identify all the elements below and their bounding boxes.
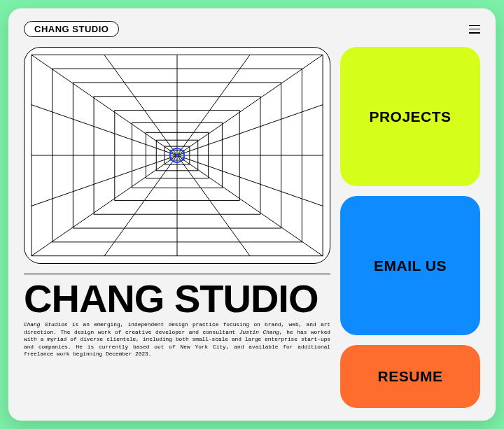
svg-line-13 bbox=[177, 155, 323, 256]
svg-line-16 bbox=[104, 55, 177, 155]
svg-line-12 bbox=[31, 155, 177, 256]
right-column: PROJECTS EMAIL US RESUME bbox=[340, 47, 480, 408]
app-window: CHANG STUDIO bbox=[8, 8, 496, 421]
svg-line-19 bbox=[177, 155, 250, 256]
intro-text: Chang Studios is an emerging, independen… bbox=[24, 321, 330, 358]
title-block: CHANG STUDIO Chang Studios is an emergin… bbox=[24, 274, 330, 358]
left-column: CHANG STUDIO Chang Studios is an emergin… bbox=[24, 47, 330, 408]
cursor-indicator-icon bbox=[169, 148, 185, 163]
svg-line-18 bbox=[104, 155, 177, 256]
svg-line-20 bbox=[31, 105, 177, 155]
page-title: CHANG STUDIO bbox=[24, 280, 330, 317]
intro-studio-name: Chang Studios bbox=[24, 322, 67, 328]
svg-line-10 bbox=[31, 55, 177, 155]
projects-button[interactable]: PROJECTS bbox=[340, 47, 480, 186]
svg-line-22 bbox=[31, 155, 177, 206]
intro-person-name: Justin Chang bbox=[239, 330, 279, 335]
svg-line-21 bbox=[177, 105, 323, 155]
svg-line-11 bbox=[177, 55, 323, 155]
svg-line-23 bbox=[177, 155, 323, 206]
logo-button[interactable]: CHANG STUDIO bbox=[24, 21, 119, 37]
email-button[interactable]: EMAIL US bbox=[340, 196, 480, 335]
hamburger-icon[interactable] bbox=[469, 25, 480, 34]
resume-button[interactable]: RESUME bbox=[340, 345, 480, 408]
perspective-hero bbox=[24, 47, 330, 264]
main-grid: CHANG STUDIO Chang Studios is an emergin… bbox=[24, 47, 480, 408]
topbar: CHANG STUDIO bbox=[24, 21, 480, 37]
svg-line-17 bbox=[177, 55, 250, 155]
